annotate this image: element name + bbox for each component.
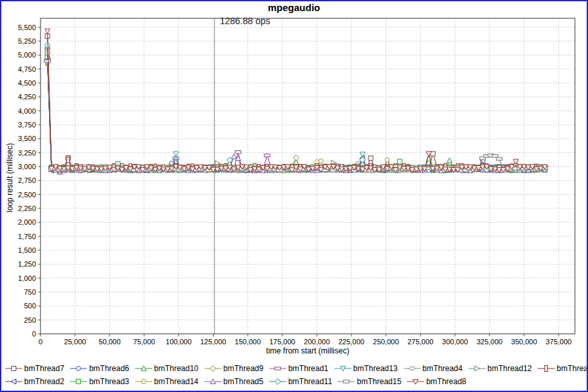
svg-text:500: 500 [24, 302, 36, 310]
legend-item: bmThread13 [335, 364, 398, 373]
legend-marker-icon [5, 378, 22, 385]
legend-item: bmThread14 [135, 377, 199, 386]
svg-text:1,250: 1,250 [18, 260, 36, 268]
legend-marker-icon [135, 378, 152, 385]
svg-text:175,000: 175,000 [269, 338, 295, 346]
legend-label: bmThread4 [423, 364, 463, 373]
legend-item: bmThread2 [5, 377, 64, 386]
legend-marker-icon [5, 365, 22, 372]
legend-item: bmThread7 [5, 364, 64, 373]
svg-text:4,000: 4,000 [18, 107, 36, 115]
svg-text:750: 750 [24, 288, 36, 296]
legend-item: bmThread10 [135, 364, 199, 373]
legend-item: bmThread6 [70, 364, 129, 373]
legend-marker-icon [538, 365, 555, 372]
legend-marker-icon [404, 365, 421, 372]
legend-label: bmThread5 [223, 377, 263, 386]
svg-text:100,000: 100,000 [166, 338, 192, 346]
legend-marker-icon [407, 378, 424, 385]
series-bmThread13 [45, 47, 547, 172]
legend-marker-icon [135, 365, 152, 372]
legend-item: bmThread12 [468, 364, 532, 373]
legend-row: bmThread2bmThread3bmThread14bmThread5bmT… [5, 375, 585, 388]
legend-marker-icon [269, 365, 286, 372]
svg-text:1,500: 1,500 [18, 246, 36, 254]
svg-text:5,000: 5,000 [18, 51, 36, 59]
svg-text:2,000: 2,000 [18, 218, 36, 226]
legend-item: bmThread9 [204, 364, 263, 373]
legend-marker-icon [70, 378, 87, 385]
svg-text:3,000: 3,000 [18, 163, 36, 171]
legend-marker-icon [338, 378, 355, 385]
legend-label: bmThread3 [89, 377, 129, 386]
chart-canvas: 02505007501,0001,2501,5001,7502,0002,250… [1, 1, 587, 391]
y-axis-label: loop result (millisec) [5, 125, 14, 230]
svg-text:4,750: 4,750 [18, 65, 36, 73]
series-bmThread3 [45, 48, 547, 172]
legend-label: bmThread11 [288, 377, 332, 386]
legend-item: bmThread8 [407, 377, 466, 386]
svg-text:5,500: 5,500 [18, 24, 36, 31]
legend-label: bmThread10 [154, 364, 199, 373]
legend-label: bmThread8 [426, 377, 466, 386]
legend-item: bmThread11 [269, 377, 332, 386]
x-axis-label: time from start (millisec) [41, 346, 575, 355]
series-bmThread5 [45, 44, 547, 172]
svg-text:300,000: 300,000 [442, 338, 468, 346]
legend-label: bmThread12 [487, 364, 532, 373]
svg-text:4,500: 4,500 [18, 79, 36, 87]
legend-item: bmThread5 [204, 377, 263, 386]
chart-frame: 02505007501,0001,2501,5001,7502,0002,250… [0, 0, 588, 392]
svg-text:50,000: 50,000 [99, 338, 121, 346]
legend-label: bmThread1 [288, 364, 328, 373]
svg-text:2,250: 2,250 [18, 204, 36, 212]
svg-text:150,000: 150,000 [235, 338, 261, 346]
ops-annotation: 1286.88 ops [220, 16, 270, 26]
svg-text:225,000: 225,000 [338, 338, 365, 346]
legend-item: bmThread16 [538, 364, 588, 373]
legend-marker-icon [468, 365, 485, 372]
legend-marker-icon [204, 378, 221, 385]
svg-text:275,000: 275,000 [408, 338, 434, 346]
svg-text:5,250: 5,250 [18, 37, 36, 45]
legend-item: bmThread3 [70, 377, 129, 386]
legend-marker-icon [269, 378, 286, 385]
svg-text:125,000: 125,000 [200, 338, 226, 346]
legend-label: bmThread2 [24, 377, 64, 386]
svg-text:200,000: 200,000 [304, 338, 330, 346]
svg-text:25,000: 25,000 [64, 338, 86, 346]
svg-text:4,250: 4,250 [18, 93, 36, 101]
legend-label: bmThread7 [24, 364, 64, 373]
svg-text:325,000: 325,000 [476, 338, 502, 346]
svg-text:0: 0 [32, 330, 36, 338]
legend-label: bmThread13 [353, 364, 398, 373]
legend-label: bmThread6 [89, 364, 129, 373]
chart-title: mpegaudio [1, 2, 587, 13]
svg-text:375,000: 375,000 [546, 338, 572, 346]
legend-item: bmThread15 [338, 377, 401, 386]
svg-text:3,250: 3,250 [18, 149, 36, 157]
legend: bmThread7bmThread6bmThread10bmThread9bmT… [5, 362, 585, 388]
legend-marker-icon [70, 365, 87, 372]
legend-label: bmThread15 [357, 377, 401, 386]
legend-item: bmThread4 [404, 364, 463, 373]
svg-text:2,500: 2,500 [18, 191, 36, 199]
svg-text:250: 250 [24, 316, 36, 324]
series-bmThread11 [44, 42, 548, 173]
legend-label: bmThread14 [154, 377, 199, 386]
legend-marker-icon [335, 365, 351, 372]
svg-text:250,000: 250,000 [373, 338, 399, 346]
svg-text:75,000: 75,000 [133, 338, 155, 346]
legend-row: bmThread7bmThread6bmThread10bmThread9bmT… [5, 362, 585, 375]
svg-text:3,750: 3,750 [18, 121, 36, 129]
svg-text:350,000: 350,000 [511, 338, 537, 346]
legend-marker-icon [204, 365, 221, 372]
svg-text:1,000: 1,000 [18, 274, 36, 282]
svg-text:0: 0 [39, 338, 42, 346]
svg-text:2,750: 2,750 [18, 176, 36, 184]
legend-label: bmThread9 [223, 364, 263, 373]
legend-label: bmThread16 [557, 364, 588, 373]
series-bmThread8 [45, 29, 547, 172]
legend-item: bmThread1 [269, 364, 328, 373]
svg-text:3,500: 3,500 [18, 135, 36, 142]
